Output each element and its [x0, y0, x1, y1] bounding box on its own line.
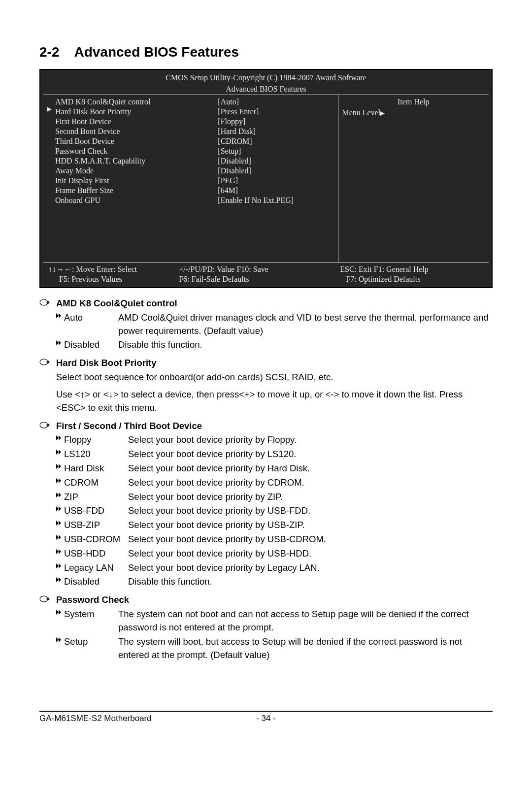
- option-label: CDROM: [64, 476, 128, 490]
- option-list: FloppySelect your boot device priority b…: [56, 433, 493, 589]
- option-label: USB-FDD: [64, 504, 128, 518]
- svg-marker-15: [56, 478, 59, 483]
- triangle-cursor-icon: [47, 107, 52, 112]
- svg-marker-10: [59, 435, 61, 440]
- bios-setting-row: HDD S.M.A.R.T. Capability[Disabled]: [55, 156, 336, 166]
- section-number: 2-2: [39, 44, 59, 60]
- svg-marker-19: [56, 506, 59, 511]
- option-description: Select your boot device priority by ZIP.: [128, 491, 493, 504]
- bios-setting-value: [Floppy]: [218, 117, 335, 127]
- bios-setting-row: Frame Buffer Size[64M]: [55, 186, 336, 196]
- option-row: SystemThe system can not boot and can no…: [56, 608, 493, 634]
- pointer-icon: [39, 420, 56, 429]
- svg-marker-33: [59, 610, 61, 615]
- svg-marker-13: [56, 464, 59, 469]
- section-heading: 2-2Advanced BIOS Features: [39, 44, 493, 60]
- option-label: USB-ZIP: [64, 519, 128, 532]
- double-arrow-icon: [56, 547, 64, 554]
- svg-marker-11: [56, 450, 59, 455]
- bios-subtitle: Advanced BIOS Features: [43, 83, 489, 95]
- double-arrow-icon: [56, 476, 64, 483]
- svg-marker-3: [56, 313, 59, 318]
- option-description: Select your boot device priority by Hard…: [128, 462, 493, 475]
- doc-paragraph: Select boot sequence for onboard(or add-…: [56, 371, 493, 384]
- option-description: Select your boot device priority by USB-…: [128, 533, 493, 546]
- option-label: USB-HDD: [64, 547, 128, 560]
- svg-marker-5: [56, 340, 59, 345]
- svg-marker-22: [59, 521, 61, 526]
- option-description: Select your boot device priority by USB-…: [128, 504, 493, 518]
- doc-section: AMD K8 Cool&Quiet controlAutoAMD Cool&Qu…: [39, 297, 493, 352]
- option-row: USB-FDDSelect your boot device priority …: [56, 504, 493, 518]
- svg-marker-24: [59, 535, 61, 540]
- svg-marker-34: [56, 637, 59, 642]
- bios-copyright: CMOS Setup Utility-Copyright (C) 1984-20…: [43, 72, 489, 83]
- option-label: Legacy LAN: [64, 561, 128, 575]
- bios-setting-row: Third Boot Device[CDROM]: [55, 136, 336, 146]
- double-arrow-icon: [56, 448, 64, 455]
- bios-setting-value: [Hard Disk]: [218, 127, 335, 136]
- bios-setting-value: [64M]: [218, 186, 335, 196]
- doc-paragraph: Use <↑> or <↓> to select a device, then …: [56, 388, 493, 415]
- bios-setting-label: Third Boot Device: [55, 136, 218, 146]
- option-row: FloppySelect your boot device priority b…: [56, 433, 493, 447]
- option-description: The system will boot, but access to Setu…: [118, 635, 493, 662]
- triangle-right-icon: [380, 108, 385, 117]
- hint-f7: F7: Optimized Defaults: [346, 274, 420, 284]
- pointer-icon: [39, 357, 56, 366]
- svg-marker-9: [56, 435, 59, 440]
- bios-footer-hints: ↑↓→←: Move Enter: Select F5: Previous Va…: [43, 263, 489, 284]
- hint-esc: ESC: Exit F1: General Help: [340, 264, 429, 274]
- svg-marker-16: [59, 478, 61, 483]
- double-arrow-icon: [56, 433, 64, 440]
- bios-setting-value: [Press Enter]: [218, 107, 335, 117]
- bios-setting-value: [PEG]: [218, 176, 335, 186]
- option-label: Setup: [64, 635, 118, 649]
- doc-section: First / Second / Third Boot DeviceFloppy…: [39, 420, 493, 589]
- bios-setting-row: Second Boot Device[Hard Disk]: [55, 127, 336, 136]
- option-label: Floppy: [64, 433, 128, 447]
- bios-setting-value: [Setup]: [218, 146, 335, 156]
- option-row: SetupThe system will boot, but access to…: [56, 635, 493, 662]
- option-label: Hard Disk: [64, 462, 128, 475]
- double-arrow-icon: [56, 462, 64, 469]
- bios-setting-row: Init Display First[PEG]: [55, 176, 336, 186]
- pointer-icon: [39, 297, 56, 307]
- option-row: LS120Select your boot device priority by…: [56, 448, 493, 461]
- help-title: Item Help: [342, 97, 485, 107]
- svg-marker-1: [380, 111, 385, 116]
- option-label: Disabled: [64, 338, 118, 352]
- option-row: USB-ZIPSelect your boot device priority …: [56, 519, 493, 532]
- bios-setting-value: [Disabled]: [218, 166, 335, 176]
- option-row: Legacy LANSelect your boot device priori…: [56, 561, 493, 575]
- bios-setting-label: Password Check: [55, 146, 218, 156]
- bios-setting-row: Away Mode[Disabled]: [55, 166, 336, 176]
- svg-marker-21: [56, 521, 59, 526]
- hint-move: ↑↓→←: Move Enter: Select: [48, 264, 137, 274]
- double-arrow-icon: [56, 504, 64, 511]
- bios-setting-label: Away Mode: [55, 166, 218, 176]
- option-description: Disable this function.: [128, 575, 493, 589]
- bios-setting-value: [CDROM]: [218, 136, 335, 146]
- bios-setting-value: [Enable If No Ext.PEG]: [218, 196, 335, 205]
- double-arrow-icon: [56, 608, 64, 615]
- bios-setting-row: AMD K8 Cool&Quiet control[Auto]: [55, 97, 336, 107]
- doc-section-heading: Hard Disk Boot Priority: [39, 357, 493, 370]
- svg-marker-26: [59, 549, 61, 554]
- double-arrow-icon: [56, 533, 64, 540]
- option-description: Select your boot device priority by CDRO…: [128, 476, 493, 490]
- option-description: Select your boot device priority by USB-…: [128, 519, 493, 532]
- bios-setting-row: Onboard GPU[Enable If No Ext.PEG]: [55, 196, 336, 205]
- bios-setting-label: Second Boot Device: [55, 127, 218, 136]
- doc-section-title: Hard Disk Boot Priority: [56, 357, 157, 370]
- option-description: Select your boot device priority by USB-…: [128, 547, 493, 560]
- footer-page-number: - 34 -: [251, 714, 281, 724]
- page-footer: GA-M61SME-S2 Motherboard - 34 -: [39, 711, 493, 724]
- svg-marker-29: [56, 577, 59, 582]
- double-arrow-icon: [56, 491, 64, 497]
- doc-section-title: Password Check: [56, 593, 129, 607]
- option-row: AutoAMD Cool&Quiet driver manages clock …: [56, 311, 493, 338]
- option-label: Disabled: [64, 575, 128, 589]
- option-row: ZIPSelect your boot device priority by Z…: [56, 491, 493, 504]
- svg-marker-14: [59, 464, 61, 469]
